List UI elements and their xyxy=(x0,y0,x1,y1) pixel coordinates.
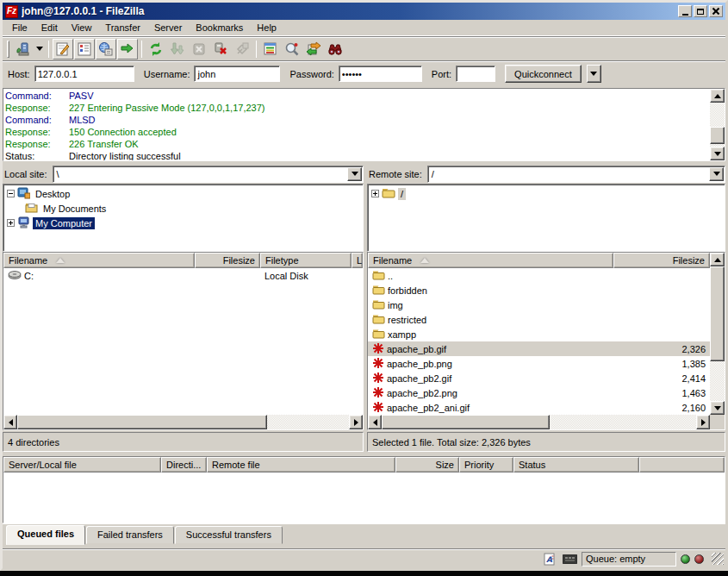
encryption-indicator-icon[interactable] xyxy=(562,552,577,566)
menu-file[interactable]: File xyxy=(6,21,34,34)
maximize-button[interactable] xyxy=(694,5,707,17)
toggle-transfer-queue-button[interactable] xyxy=(117,39,138,59)
tab-successful-transfers[interactable]: Successful transfers xyxy=(175,526,283,544)
maximize-icon xyxy=(697,9,704,15)
password-input[interactable] xyxy=(339,66,422,82)
tab-queued-files[interactable]: Queued files xyxy=(6,525,85,545)
find-files-button[interactable] xyxy=(325,39,345,59)
activity-indicator-red xyxy=(694,554,704,564)
remote-site-combobox[interactable]: / xyxy=(427,166,725,183)
remote-file-row[interactable]: apache_pb2.png 1,463 xyxy=(368,385,710,400)
reconnect-button[interactable] xyxy=(232,39,252,59)
column-header-filetype[interactable]: Filetype xyxy=(260,253,352,268)
menu-edit[interactable]: Edit xyxy=(35,21,64,34)
site-manager-dropdown[interactable] xyxy=(34,39,45,59)
local-horizontal-scrollbar[interactable] xyxy=(3,415,363,429)
column-header-server-local-file[interactable]: Server/Local file xyxy=(3,457,161,473)
scroll-right-button[interactable] xyxy=(696,415,710,429)
file-panes: Local site: \ Desktop My Documents xyxy=(3,165,725,452)
combo-dropdown-button[interactable] xyxy=(709,167,724,181)
tree-item-my-computer[interactable]: My Computer xyxy=(7,216,363,230)
scrollbar-thumb[interactable] xyxy=(17,415,267,429)
remote-horizontal-scrollbar[interactable] xyxy=(368,415,710,429)
remote-file-row[interactable]: restricted xyxy=(368,312,710,327)
menu-transfer[interactable]: Transfer xyxy=(99,21,146,34)
toggle-remote-tree-button[interactable] xyxy=(96,39,116,59)
remote-file-row[interactable]: xampp xyxy=(368,327,710,341)
remote-file-row[interactable]: apache_pb2.gif 2,414 xyxy=(368,371,710,385)
column-header-filename[interactable]: Filename xyxy=(3,253,195,268)
menu-view[interactable]: View xyxy=(65,21,98,34)
menu-server[interactable]: Server xyxy=(148,21,188,34)
remote-file-row[interactable]: apache_pb.png 1,385 xyxy=(368,356,710,371)
expand-icon[interactable] xyxy=(7,219,15,227)
collapse-icon[interactable] xyxy=(7,190,15,197)
chevron-down-icon xyxy=(713,172,720,176)
host-input[interactable] xyxy=(34,66,134,82)
column-header-filename[interactable]: Filename xyxy=(368,253,613,268)
apache-feather-icon xyxy=(372,401,384,415)
remote-vertical-scrollbar[interactable] xyxy=(710,253,725,415)
synchronized-browsing-button[interactable] xyxy=(303,39,324,59)
log-vertical-scrollbar[interactable] xyxy=(710,89,725,160)
cancel-button[interactable] xyxy=(189,39,209,59)
combo-dropdown-button[interactable] xyxy=(347,167,362,181)
quickconnect-button[interactable]: Quickconnect xyxy=(505,65,582,83)
remote-file-row[interactable]: .. xyxy=(368,268,710,283)
column-header-remote-file[interactable]: Remote file xyxy=(207,457,395,473)
disconnect-button[interactable] xyxy=(210,39,231,59)
tree-item-desktop[interactable]: Desktop xyxy=(7,186,363,201)
quickconnect-dropdown[interactable] xyxy=(587,65,601,83)
queue-body[interactable] xyxy=(3,473,725,523)
scrollbar-thumb[interactable] xyxy=(382,415,550,429)
menu-bookmarks[interactable]: Bookmarks xyxy=(190,21,249,34)
filter-button[interactable] xyxy=(260,39,281,59)
expand-icon[interactable] xyxy=(371,190,379,197)
minimize-button[interactable] xyxy=(678,5,692,17)
column-header-lastmodified[interactable]: L xyxy=(352,253,363,268)
scroll-up-button[interactable] xyxy=(710,89,725,103)
close-button[interactable] xyxy=(709,5,723,17)
scroll-up-button[interactable] xyxy=(710,253,725,266)
directory-comparison-button[interactable] xyxy=(282,39,302,59)
site-manager-button[interactable] xyxy=(13,39,34,59)
tree-item-my-documents[interactable]: My Documents xyxy=(7,201,363,216)
process-queue-button[interactable] xyxy=(167,39,188,59)
remote-file-row[interactable]: img xyxy=(368,297,710,312)
remote-file-row[interactable]: apache_pb2_ani.gif 2,160 xyxy=(368,400,710,415)
column-header-priority[interactable]: Priority xyxy=(459,457,513,473)
username-input[interactable] xyxy=(194,66,280,82)
local-file-row[interactable]: C: Local Disk xyxy=(3,268,363,283)
remote-file-row-selected[interactable]: apache_pb.gif 2,326 xyxy=(368,341,710,356)
remote-file-row[interactable]: forbidden xyxy=(368,283,710,297)
filezilla-window: Fz john@127.0.0.1 - FileZilla File Edit … xyxy=(0,0,728,571)
tree-item-root[interactable]: / xyxy=(371,186,725,201)
column-header-filesize[interactable]: Filesize xyxy=(195,253,260,268)
scroll-down-button[interactable] xyxy=(710,147,725,160)
message-log: Command:PASV Response:227 Entering Passi… xyxy=(3,88,725,161)
refresh-icon xyxy=(148,41,164,57)
transfer-type-ascii-icon[interactable]: A xyxy=(542,552,557,566)
column-header-status[interactable]: Status xyxy=(513,457,639,473)
arrow-left-icon xyxy=(9,419,13,426)
column-header-size[interactable]: Size xyxy=(395,457,459,473)
scrollbar-thumb[interactable] xyxy=(710,266,725,361)
scrollbar-thumb[interactable] xyxy=(710,127,725,144)
minimize-icon xyxy=(682,14,688,16)
scroll-left-button[interactable] xyxy=(368,415,382,429)
tab-failed-transfers[interactable]: Failed transfers xyxy=(86,526,174,544)
username-label: Username: xyxy=(144,69,190,79)
toggle-message-log-button[interactable] xyxy=(53,39,73,59)
toolbar-grip[interactable] xyxy=(7,41,9,58)
refresh-button[interactable] xyxy=(146,39,166,59)
column-header-direction[interactable]: Directi... xyxy=(161,457,207,473)
scroll-left-button[interactable] xyxy=(3,415,17,429)
toggle-local-tree-button[interactable] xyxy=(74,39,95,59)
resize-grip[interactable] xyxy=(712,553,724,565)
scroll-down-button[interactable] xyxy=(710,401,725,415)
menu-help[interactable]: Help xyxy=(251,21,283,34)
column-header-filesize[interactable]: Filesize xyxy=(613,253,710,268)
port-input[interactable] xyxy=(456,66,495,82)
local-site-combobox[interactable]: \ xyxy=(53,166,364,183)
scroll-right-button[interactable] xyxy=(349,415,363,429)
